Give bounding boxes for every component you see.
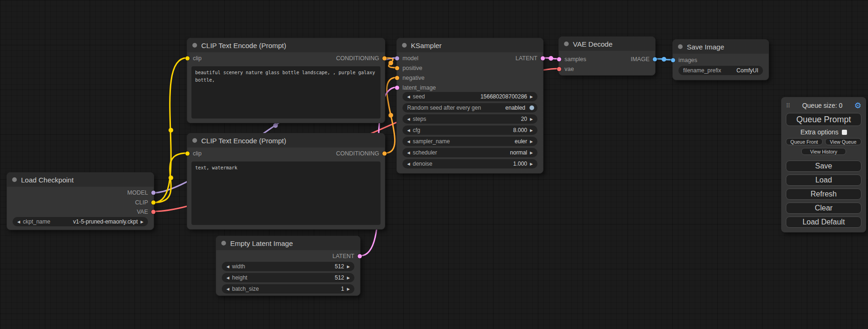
slot-dot-vae-output[interactable] [151, 210, 155, 214]
node-title-bar[interactable]: KSampler [397, 38, 543, 52]
widget-steps[interactable]: ◀ steps 20 ▶ [402, 114, 537, 124]
decrement-arrow-icon[interactable]: ◀ [406, 162, 411, 166]
slot-dot-conditioning-output[interactable] [382, 152, 387, 156]
save-button[interactable]: Save [786, 161, 861, 172]
widget-ckpt-name[interactable]: ◀ ckpt_name v1-5-pruned-emaonly.ckpt ▶ [13, 217, 148, 226]
widget-value: normal [510, 149, 527, 156]
slot-dot-conditioning-output[interactable] [382, 56, 387, 61]
decrement-arrow-icon[interactable]: ◀ [406, 151, 411, 155]
increment-arrow-icon[interactable]: ▶ [529, 162, 534, 166]
node-title-bar[interactable]: Empty Latent Image [216, 236, 360, 250]
decrement-arrow-icon[interactable]: ◀ [225, 265, 231, 269]
clear-button[interactable]: Clear [786, 203, 861, 214]
extra-options-checkbox[interactable] [842, 130, 847, 135]
wire-dot-images [662, 57, 666, 62]
widget-batch-size[interactable]: ◀ batch_size 1 ▶ [222, 284, 354, 294]
slot-dot-model-input[interactable] [395, 56, 399, 61]
slot-row: clip CONDITIONING [187, 149, 385, 158]
widget-filename-prefix[interactable]: filename_prefix ComfyUI [678, 66, 763, 75]
node-title: CLIP Text Encode (Prompt) [201, 137, 286, 145]
node-title-bar[interactable]: Load Checkpoint [7, 173, 154, 187]
widget-label: sampler_name [413, 138, 450, 145]
wire-clip-negative [154, 153, 187, 203]
collapse-dot[interactable] [402, 43, 407, 48]
widget-cfg[interactable]: ◀ cfg 8.000 ▶ [402, 126, 537, 135]
increment-arrow-icon[interactable]: ▶ [529, 95, 534, 99]
load-default-button[interactable]: Load Default [786, 217, 861, 228]
drag-handle-icon[interactable]: ⠿ [786, 102, 790, 109]
load-button[interactable]: Load [786, 175, 861, 186]
widget-label: cfg [413, 127, 420, 133]
slot-dot-negative-input[interactable] [395, 76, 399, 80]
collapse-dot[interactable] [192, 138, 197, 143]
collapse-dot[interactable] [678, 44, 683, 49]
node-vae-decode[interactable]: VAE Decode samples IMAGE vae [558, 36, 656, 76]
decrement-arrow-icon[interactable]: ◀ [406, 95, 411, 99]
decrement-arrow-icon[interactable]: ◀ [406, 140, 411, 144]
wire-dot-samples [549, 56, 553, 61]
widget-value: 8.000 [513, 127, 527, 133]
queue-panel: ⠿ Queue size: 0 ⚙ Queue Prompt Extra opt… [781, 97, 866, 232]
slot-dot-positive-input[interactable] [395, 66, 399, 70]
slot-dot-clip-input[interactable] [185, 56, 190, 61]
widget-height[interactable]: ◀ height 512 ▶ [222, 273, 354, 282]
widget-width[interactable]: ◀ width 512 ▶ [222, 262, 354, 271]
node-title-bar[interactable]: VAE Decode [559, 37, 655, 51]
slot-dot-samples-input[interactable] [557, 57, 561, 62]
widget-sampler-name[interactable]: ◀ sampler_name euler ▶ [402, 137, 537, 146]
increment-arrow-icon[interactable]: ▶ [529, 128, 534, 133]
node-title-bar[interactable]: CLIP Text Encode (Prompt) [187, 133, 385, 147]
queue-prompt-button[interactable]: Queue Prompt [786, 113, 861, 126]
refresh-button[interactable]: Refresh [786, 189, 861, 200]
decrement-arrow-icon[interactable]: ◀ [225, 276, 231, 280]
slot-dot-latent-output[interactable] [358, 254, 362, 259]
prompt-textarea[interactable]: beautiful scenery nature glass bottle la… [191, 66, 381, 119]
node-title-bar[interactable]: CLIP Text Encode (Prompt) [187, 38, 385, 52]
widget-random-seed-toggle[interactable]: Random seed after every gen enabled [402, 103, 537, 112]
node-load-checkpoint[interactable]: Load Checkpoint MODEL CLIP VAE ◀ ckpt_na… [7, 172, 154, 230]
decrement-arrow-icon[interactable]: ◀ [406, 117, 411, 121]
extra-options-row: Extra options [786, 129, 861, 135]
node-clip-text-encode-positive[interactable]: CLIP Text Encode (Prompt) clip CONDITION… [187, 38, 385, 123]
collapse-dot[interactable] [564, 42, 569, 46]
widget-scheduler[interactable]: ◀ scheduler normal ▶ [402, 148, 537, 157]
node-clip-text-encode-negative[interactable]: CLIP Text Encode (Prompt) clip CONDITION… [187, 133, 385, 230]
decrement-arrow-icon[interactable]: ◀ [225, 287, 231, 291]
increment-arrow-icon[interactable]: ▶ [346, 265, 351, 269]
queue-front-button[interactable]: Queue Front [786, 138, 823, 145]
collapse-dot[interactable] [192, 43, 197, 48]
node-empty-latent-image[interactable]: Empty Latent Image LATENT ◀ width 512 ▶ … [216, 236, 360, 296]
increment-arrow-icon[interactable]: ▶ [529, 140, 534, 144]
settings-gear-icon[interactable]: ⚙ [854, 102, 861, 110]
increment-arrow-icon[interactable]: ▶ [346, 276, 351, 280]
widget-seed[interactable]: ◀ seed 156680208700286 ▶ [402, 92, 537, 101]
node-ksampler[interactable]: KSampler model LATENT positive negative … [396, 38, 543, 174]
increment-arrow-icon[interactable]: ▶ [529, 151, 534, 155]
slot-dot-clip-input[interactable] [185, 152, 190, 156]
collapse-dot[interactable] [12, 177, 17, 182]
decrement-arrow-icon[interactable]: ◀ [16, 220, 21, 224]
slot-dot-vae-input[interactable] [557, 67, 561, 71]
prompt-textarea[interactable]: text, watermark [191, 161, 381, 225]
slot-label-vae: VAE [137, 209, 148, 215]
slot-dot-latent-image-input[interactable] [395, 86, 399, 90]
node-graph-canvas[interactable]: Load Checkpoint MODEL CLIP VAE ◀ ckpt_na… [0, 0, 868, 329]
view-history-button[interactable]: View History [801, 148, 846, 155]
slot-dot-latent-output[interactable] [541, 56, 545, 61]
increment-arrow-icon[interactable]: ▶ [346, 287, 351, 291]
collapse-dot[interactable] [221, 241, 226, 245]
slot-dot-model-output[interactable] [151, 191, 155, 195]
slot-dot-images-input[interactable] [671, 58, 675, 63]
toggle-on-dot[interactable] [529, 105, 534, 110]
slot-label-clip-input: clip [193, 150, 202, 157]
slot-dot-clip-output[interactable] [151, 201, 155, 205]
node-save-image[interactable]: Save Image images filename_prefix ComfyU… [672, 39, 769, 80]
slot-dot-image-output[interactable] [653, 57, 657, 62]
view-queue-button[interactable]: View Queue [825, 138, 862, 145]
widget-denoise[interactable]: ◀ denoise 1.000 ▶ [402, 159, 537, 168]
decrement-arrow-icon[interactable]: ◀ [406, 128, 411, 133]
increment-arrow-icon[interactable]: ▶ [139, 220, 145, 224]
slot-row: clip CONDITIONING [187, 54, 385, 63]
increment-arrow-icon[interactable]: ▶ [529, 117, 534, 121]
node-title-bar[interactable]: Save Image [673, 40, 769, 54]
